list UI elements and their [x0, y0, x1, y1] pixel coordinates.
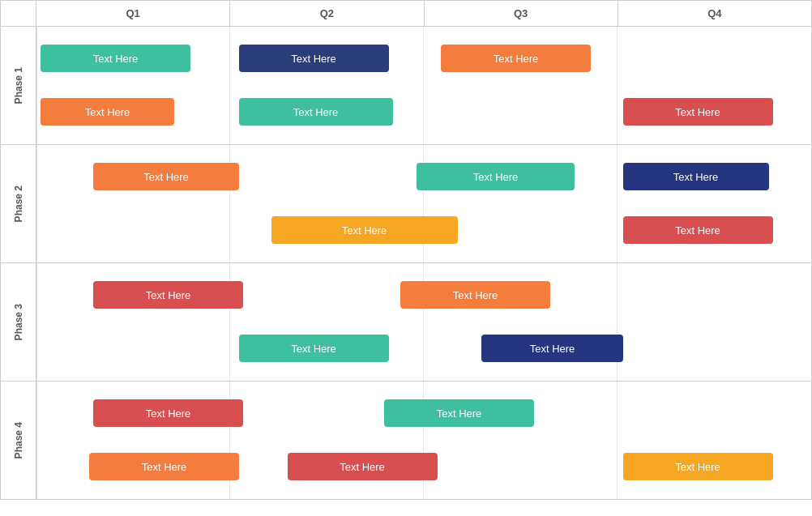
task-bar-p2t5[interactable]: Text Here [623, 216, 773, 244]
task-bar-p1t4[interactable]: Text Here [41, 98, 174, 126]
phase-label-4: Phase 4 [1, 382, 36, 499]
phase-label-1: Phase 1 [1, 27, 36, 144]
task-bar-p4t1[interactable]: Text Here [93, 399, 243, 427]
quarter-header-q2: Q2 [230, 1, 424, 26]
task-bar-p3t4[interactable]: Text Here [481, 335, 623, 362]
task-bar-p2t4[interactable]: Text Here [271, 216, 458, 244]
task-bar-p1t3[interactable]: Text Here [441, 45, 591, 72]
quarter-header-q3: Q3 [425, 1, 618, 26]
phase-1-q4-col [618, 27, 811, 144]
phase-content-2: Text HereText HereText HereText HereText… [36, 145, 811, 262]
task-bar-p3t3[interactable]: Text Here [239, 335, 389, 362]
task-bar-p4t5[interactable]: Text Here [623, 453, 773, 480]
task-bar-p3t2[interactable]: Text Here [400, 281, 550, 309]
quarter-header-q4: Q4 [618, 1, 811, 26]
phase-3-q4-col [618, 263, 811, 381]
phase-content-3: Text HereText HereText HereText Here [36, 263, 811, 381]
task-bar-p4t2[interactable]: Text Here [384, 399, 534, 427]
header-row: Q1 Q2 Q3 Q4 [1, 1, 811, 27]
phase-content-4: Text HereText HereText HereText HereText… [36, 382, 811, 499]
quarter-header-q1: Q1 [36, 1, 230, 26]
phase-3-q2-col [230, 263, 424, 381]
phases-container: Phase 1Text HereText HereText HereText H… [1, 27, 811, 499]
task-bar-p4t4[interactable]: Text Here [288, 453, 438, 480]
phase-4-q4-col [618, 382, 811, 499]
phase-row-2: Phase 2Text HereText HereText HereText H… [1, 145, 811, 263]
task-bar-p4t3[interactable]: Text Here [89, 453, 239, 480]
phase-row-4: Phase 4Text HereText HereText HereText H… [1, 382, 811, 499]
phase-label-2: Phase 2 [1, 145, 36, 262]
task-bar-p1t5[interactable]: Text Here [239, 98, 393, 126]
phase-content-1: Text HereText HereText HereText HereText… [36, 27, 811, 144]
phase-label-3: Phase 3 [1, 263, 36, 381]
task-bar-p3t1[interactable]: Text Here [93, 281, 243, 309]
phase-row-3: Phase 3Text HereText HereText HereText H… [1, 263, 811, 382]
task-bar-p1t6[interactable]: Text Here [623, 98, 773, 126]
task-bar-p1t1[interactable]: Text Here [41, 45, 190, 72]
phase-row-1: Phase 1Text HereText HereText HereText H… [1, 27, 811, 145]
gantt-chart: Q1 Q2 Q3 Q4 Phase 1Text HereText HereTex… [0, 0, 812, 500]
task-bar-p1t2[interactable]: Text Here [239, 45, 389, 72]
header-label-empty [1, 1, 36, 26]
phase-2-q2-col [230, 145, 424, 262]
task-bar-p2t2[interactable]: Text Here [417, 163, 575, 190]
task-bar-p2t1[interactable]: Text Here [93, 163, 239, 190]
task-bar-p2t3[interactable]: Text Here [623, 163, 769, 190]
